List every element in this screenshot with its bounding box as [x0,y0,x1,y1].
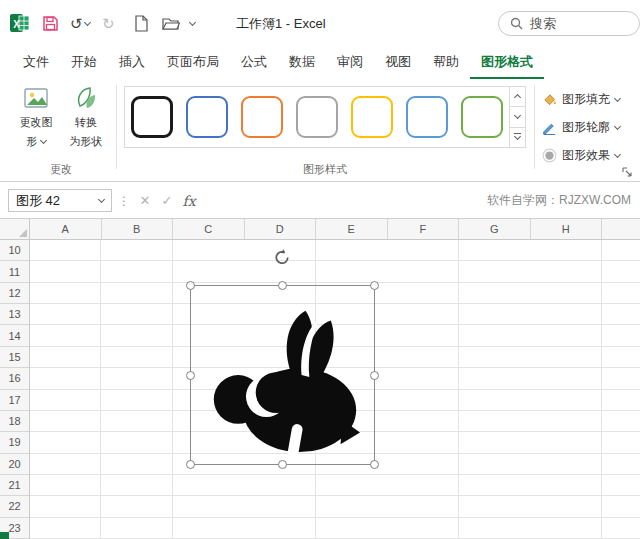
shape-style-swatch-6[interactable] [399,87,454,147]
save-icon [42,15,59,32]
column-header-g[interactable]: G [459,219,531,239]
column-header-partial[interactable] [602,219,640,239]
swatch-outline-black [131,96,173,138]
gallery-more-button[interactable] [510,128,525,147]
column-header-e[interactable]: E [316,219,388,239]
tab-home[interactable]: 开始 [60,46,108,79]
column-header-h[interactable]: H [531,219,603,239]
shape-style-swatch-1[interactable] [125,87,180,147]
row-header-20[interactable]: 20 [0,454,29,475]
undo-button[interactable]: ↺ [70,11,90,35]
graphic-effects-icon [542,148,557,163]
row-header-13[interactable]: 13 [0,304,29,325]
enter-button[interactable]: ✓ [156,193,178,208]
excel-logo-icon[interactable]: X [10,11,30,35]
search-box[interactable]: 搜索 [498,11,640,36]
tab-review[interactable]: 审阅 [326,46,374,79]
row-header-12[interactable]: 12 [0,283,29,304]
group-label-shape-styles: 图形样式 [124,162,526,177]
change-graphic-icon [23,85,49,111]
workbook-title: 工作簿1 - Excel [236,15,326,33]
rotate-icon [273,248,292,267]
dialog-launcher-button[interactable] [622,164,634,176]
shape-style-swatch-5[interactable] [344,87,399,147]
save-button[interactable] [42,11,59,35]
search-label: 搜索 [530,15,556,33]
column-header-a[interactable]: A [30,219,102,239]
chevron-down-icon [514,112,521,119]
row-header-19[interactable]: 19 [0,432,29,453]
tab-view[interactable]: 视图 [374,46,422,79]
swatch-outline-lightblue [406,96,448,138]
redo-button[interactable]: ↻ [102,11,115,35]
swatch-outline-gold [351,96,393,138]
selection-rectangle[interactable] [190,285,375,465]
shape-style-swatch-7[interactable] [454,87,509,147]
handle-bottom-left[interactable] [186,460,195,469]
column-header-f[interactable]: F [388,219,460,239]
tab-formulas[interactable]: 公式 [230,46,278,79]
convert-to-shape-label-1: 转换 [75,115,97,130]
row-header-15[interactable]: 15 [0,347,29,368]
graphic-fill-button[interactable]: 图形填充 [542,88,638,110]
handle-top-right[interactable] [370,281,379,290]
customize-qat-button[interactable] [190,11,195,35]
gallery-down-button[interactable] [510,107,525,127]
row-header-21[interactable]: 21 [0,475,29,496]
column-header-d[interactable]: D [245,219,317,239]
new-file-button[interactable] [134,11,149,35]
formula-bar-splitter[interactable]: ⋮ [118,194,130,208]
tab-insert[interactable]: 插入 [108,46,156,79]
handle-bottom-right[interactable] [370,460,379,469]
row-header-11[interactable]: 11 [0,261,29,282]
handle-middle-left[interactable] [186,371,195,380]
status-corner [0,532,9,539]
gallery-up-button[interactable] [510,87,525,107]
group-label-change: 更改 [12,162,110,177]
change-graphic-label-2: 形 [27,134,38,149]
column-header-b[interactable]: B [102,219,174,239]
group-separator [534,85,535,169]
shape-style-swatch-2[interactable] [180,87,235,147]
handle-bottom-middle[interactable] [278,460,287,469]
row-header-10[interactable]: 10 [0,240,29,261]
graphic-outline-label: 图形轮廓 [562,119,610,136]
convert-to-shape-button[interactable]: 转换 为形状 [62,85,110,157]
swatch-outline-green [461,96,503,138]
graphic-fill-label: 图形填充 [562,91,610,108]
insert-function-button[interactable]: fx [178,193,200,209]
shape-styles-gallery [124,86,526,148]
graphic-effects-button[interactable]: 图形效果 [542,144,638,166]
graphic-fill-icon [542,92,557,107]
tab-page-layout[interactable]: 页面布局 [156,46,230,79]
change-graphic-button[interactable]: 更改图 形 [12,85,60,157]
name-box-chevron-icon [98,196,105,203]
row-header-14[interactable]: 14 [0,325,29,346]
row-header-18[interactable]: 18 [0,411,29,432]
tab-file[interactable]: 文件 [12,46,60,79]
shape-style-swatch-4[interactable] [290,87,345,147]
handle-top-middle[interactable] [278,281,287,290]
open-file-button[interactable] [162,11,180,35]
select-all-triangle-icon [19,229,27,237]
graphic-outline-button[interactable]: 图形轮廓 [542,116,638,138]
handle-top-left[interactable] [186,281,195,290]
select-all-corner[interactable] [0,219,30,240]
swatch-outline-blue [186,96,228,138]
cancel-button[interactable]: ✕ [134,193,156,208]
graphic-outline-chevron-icon [614,122,621,129]
name-box[interactable]: 图形 42 [8,189,112,212]
gallery-scroll-buttons [509,87,525,147]
row-headers: 10 11 12 13 14 15 16 17 18 19 20 21 22 2… [0,240,30,539]
row-header-17[interactable]: 17 [0,390,29,411]
tab-graphics-format[interactable]: 图形格式 [470,46,544,79]
chevron-up-icon [514,94,521,101]
column-header-c[interactable]: C [173,219,245,239]
tab-help[interactable]: 帮助 [422,46,470,79]
tab-data[interactable]: 数据 [278,46,326,79]
row-header-16[interactable]: 16 [0,368,29,389]
shape-style-swatch-3[interactable] [235,87,290,147]
rotate-handle[interactable] [273,248,292,267]
row-header-22[interactable]: 22 [0,496,29,517]
handle-middle-right[interactable] [370,371,379,380]
